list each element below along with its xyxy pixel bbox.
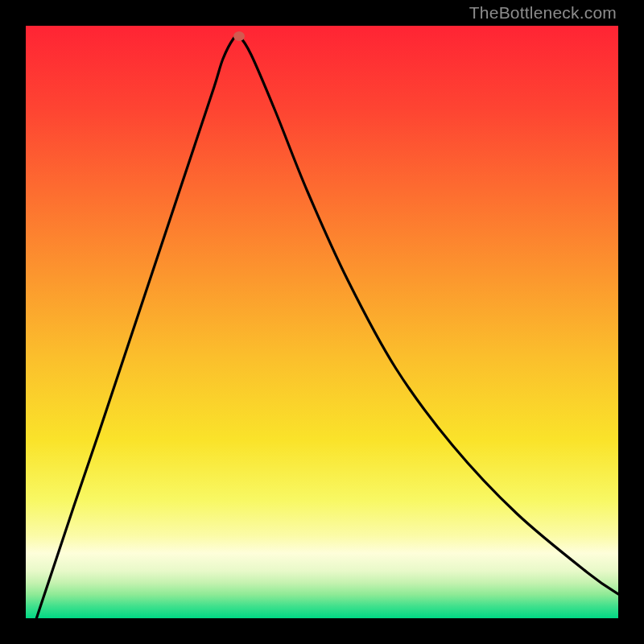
watermark-text: TheBottleneck.com — [469, 3, 617, 23]
min-point-marker — [233, 31, 245, 41]
chart-frame — [26, 26, 618, 618]
chart-curve — [26, 26, 618, 618]
